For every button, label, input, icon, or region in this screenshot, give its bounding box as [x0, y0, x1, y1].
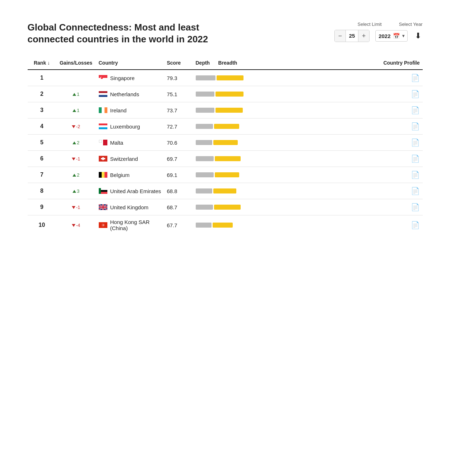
- cell-profile[interactable]: 📄: [372, 86, 423, 102]
- table-row: 4-2 Luxembourg 72.7 📄: [28, 118, 423, 135]
- limit-value: 25: [345, 30, 358, 42]
- limit-plus-button[interactable]: +: [358, 30, 369, 42]
- pdf-icon[interactable]: 📄: [411, 203, 420, 211]
- cell-profile[interactable]: 📄: [372, 102, 423, 118]
- pdf-icon[interactable]: 📄: [411, 74, 420, 82]
- year-control[interactable]: 2022 📅 ▾: [375, 30, 407, 42]
- pdf-icon[interactable]: 📄: [411, 90, 420, 98]
- cell-profile[interactable]: 📄: [372, 215, 423, 235]
- country-flag-mt: [99, 140, 107, 145]
- pdf-icon[interactable]: 📄: [411, 106, 420, 114]
- svg-rect-22: [105, 172, 107, 178]
- breadth-bar: [213, 188, 236, 193]
- triangle-up-icon: [73, 109, 76, 112]
- cell-gains: 2: [56, 167, 96, 183]
- svg-rect-7: [99, 95, 107, 97]
- chevron-down-icon: ▾: [402, 33, 404, 38]
- pdf-icon[interactable]: 📄: [411, 122, 420, 130]
- cell-chart: [193, 86, 372, 102]
- pdf-icon[interactable]: 📄: [411, 155, 420, 163]
- header-rank: Rank ↓: [28, 56, 56, 70]
- limit-minus-button[interactable]: −: [335, 30, 345, 42]
- svg-rect-6: [99, 93, 107, 95]
- svg-point-3: [101, 77, 103, 79]
- country-name: United Kingdom: [110, 204, 149, 210]
- svg-rect-23: [99, 188, 101, 194]
- cell-rank: 5: [28, 135, 56, 151]
- cell-country: ✿ Hong Kong SAR (China): [96, 215, 164, 235]
- bar-container: [196, 156, 370, 161]
- cell-country: Luxembourg: [96, 118, 164, 135]
- cell-profile[interactable]: 📄: [372, 199, 423, 215]
- pdf-icon[interactable]: 📄: [411, 187, 420, 195]
- bar-container: [196, 75, 370, 80]
- country-name: Ireland: [110, 107, 127, 113]
- cell-score: 79.3: [164, 70, 193, 86]
- country-cell-content: United Kingdom: [99, 204, 161, 210]
- cell-gains: 1: [56, 86, 96, 102]
- depth-bar: [196, 124, 213, 129]
- cell-profile[interactable]: 📄: [372, 151, 423, 167]
- breadth-bar: [213, 223, 233, 228]
- cell-profile[interactable]: 📄: [372, 70, 423, 86]
- pdf-icon[interactable]: 📄: [411, 221, 420, 229]
- cell-profile[interactable]: 📄: [372, 135, 423, 151]
- cell-profile[interactable]: 📄: [372, 183, 423, 199]
- triangle-up-icon: [73, 190, 76, 193]
- country-flag-ie: [99, 107, 107, 113]
- triangle-down-icon: [72, 125, 75, 128]
- breadth-bar: [217, 75, 243, 80]
- cell-rank: 4: [28, 118, 56, 135]
- cell-score: 68.8: [164, 183, 193, 199]
- controls-inputs: − 25 + 2022 📅 ▾ ⬇: [334, 30, 422, 42]
- pdf-icon[interactable]: 📄: [411, 171, 420, 179]
- bar-container: [196, 140, 370, 145]
- depth-bar: [196, 92, 214, 97]
- gain-indicator: -2: [72, 124, 80, 129]
- table-row: 72 Belgium 69.1 📄: [28, 167, 423, 183]
- svg-rect-11: [99, 123, 107, 125]
- cell-gains: [56, 70, 96, 86]
- depth-bar: [196, 188, 212, 193]
- svg-rect-21: [102, 172, 105, 178]
- svg-rect-5: [99, 91, 107, 93]
- download-button[interactable]: ⬇: [413, 31, 423, 41]
- table-header-row: Rank ↓ Gains/Losses Country Score Depth …: [28, 56, 423, 70]
- svg-rect-9: [102, 107, 105, 113]
- breadth-bar: [215, 172, 239, 177]
- cell-rank: 3: [28, 102, 56, 118]
- breadth-bar: [214, 124, 239, 129]
- country-cell-content: Belgium: [99, 172, 161, 178]
- country-name: Malta: [110, 140, 124, 146]
- cell-gains: 3: [56, 183, 96, 199]
- header-breadth: Breadth: [218, 60, 237, 66]
- triangle-down-icon: [72, 206, 75, 209]
- depth-bar: [196, 108, 214, 113]
- header-chart: Depth Breadth: [193, 56, 372, 70]
- cell-score: 69.7: [164, 151, 193, 167]
- cell-score: 70.6: [164, 135, 193, 151]
- cell-profile[interactable]: 📄: [372, 167, 423, 183]
- table-row: 52 Malta 70.6 📄: [28, 135, 423, 151]
- cell-chart: [193, 215, 372, 235]
- bar-container: [196, 223, 370, 228]
- depth-bar: [196, 75, 215, 80]
- svg-rect-25: [101, 190, 107, 192]
- table-row: 9-1 United Kingdom 68.7 📄: [28, 199, 423, 215]
- cell-profile[interactable]: 📄: [372, 118, 423, 135]
- rankings-table: Rank ↓ Gains/Losses Country Score Depth …: [28, 56, 423, 235]
- pdf-icon[interactable]: 📄: [411, 139, 420, 146]
- cell-gains: 2: [56, 135, 96, 151]
- triangle-up-icon: [73, 141, 76, 144]
- cell-chart: [193, 199, 372, 215]
- bar-container: [196, 172, 370, 177]
- country-name: Belgium: [110, 172, 130, 178]
- controls-panel: Select Limit Select Year − 25 + 2022 📅 ▾…: [334, 22, 422, 42]
- cell-country: Singapore: [96, 70, 164, 86]
- gain-indicator: 1: [73, 108, 79, 113]
- cell-rank: 2: [28, 86, 56, 102]
- cell-rank: 1: [28, 70, 56, 86]
- bar-container: [196, 92, 370, 97]
- limit-control: − 25 +: [334, 30, 370, 42]
- table-row: 83 United Arab Emirates 68.8 📄: [28, 183, 423, 199]
